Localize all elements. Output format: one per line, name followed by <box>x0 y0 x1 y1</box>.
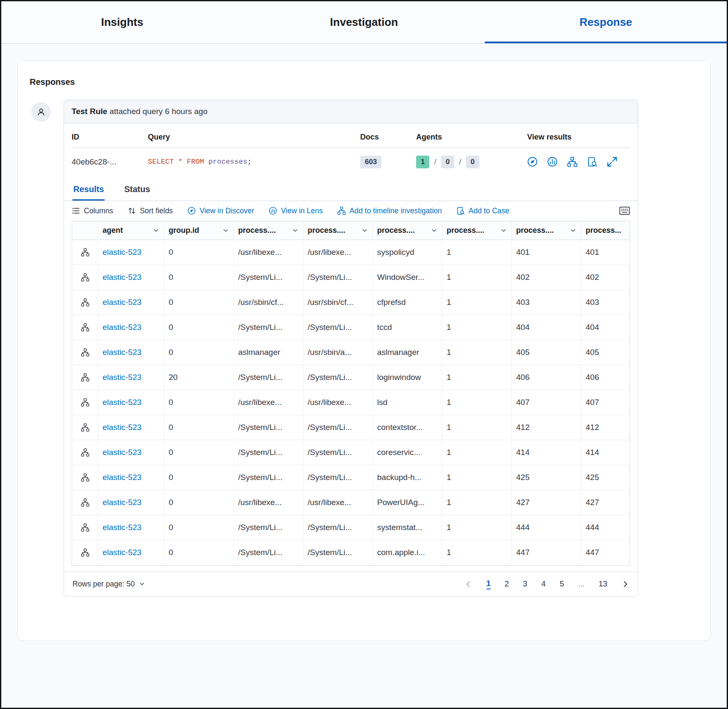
table-row: elastic-5230/System/Li.../System/Li...ba… <box>72 465 630 490</box>
grid-cell: 0 <box>164 540 234 565</box>
grid-cell: 0 <box>164 265 234 290</box>
column-header[interactable]: agent <box>98 221 164 240</box>
column-header[interactable]: process.... <box>303 221 373 240</box>
row-timeline-button[interactable] <box>72 390 98 415</box>
view-in-lens-icon[interactable] <box>547 156 558 167</box>
view-results-column-label: View results <box>527 133 630 142</box>
view-in-discover-icon[interactable] <box>527 156 538 167</box>
rows-per-page-button[interactable]: Rows per page: 50 <box>72 580 145 589</box>
sort-fields-label: Sort fields <box>140 207 173 215</box>
agent-link[interactable]: elastic-523 <box>98 465 164 490</box>
open-results-icon[interactable] <box>607 156 617 167</box>
column-header[interactable]: process... <box>581 221 630 240</box>
row-timeline-button[interactable] <box>72 315 98 340</box>
column-header-label: agent <box>103 226 123 235</box>
next-page-button[interactable] <box>621 580 629 588</box>
columns-label: Columns <box>84 207 113 215</box>
grid-cell: /usr/libexe... <box>234 240 303 265</box>
column-header[interactable]: process.... <box>234 221 303 240</box>
grid-cell: 414 <box>512 440 581 465</box>
node-graph-icon <box>81 473 89 482</box>
view-in-lens-button[interactable]: View in Lens <box>269 207 323 215</box>
row-timeline-button[interactable] <box>72 440 98 465</box>
tab-insights[interactable]: Insights <box>1 1 243 43</box>
column-header[interactable]: process.... <box>373 221 442 240</box>
response-comment: Test Rule attached query 6 hours ago ID … <box>29 100 699 597</box>
agent-link[interactable]: elastic-523 <box>98 515 164 540</box>
view-in-discover-button[interactable]: View in Discover <box>187 207 254 215</box>
keyboard-shortcuts-button[interactable] <box>619 207 630 215</box>
grid-cell: 1 <box>442 515 512 540</box>
add-to-timeline-button[interactable]: Add to timeline investigation <box>337 207 442 215</box>
column-header[interactable]: process.... <box>442 221 512 240</box>
add-to-timeline-icon[interactable] <box>567 156 578 167</box>
grid-cell: 407 <box>512 390 581 415</box>
grid-cell: 425 <box>512 465 581 490</box>
user-icon <box>36 106 47 117</box>
grid-control-column-header <box>72 221 98 240</box>
agent-link[interactable]: elastic-523 <box>98 365 164 390</box>
chevron-down-icon <box>139 581 145 587</box>
agent-link[interactable]: elastic-523 <box>98 290 164 315</box>
query-column-label: Query <box>148 133 360 142</box>
pagination-ellipsis: ... <box>578 579 584 589</box>
row-timeline-button[interactable] <box>72 290 98 315</box>
responses-panel: Responses Test Rule attached query 6 hou… <box>17 61 711 641</box>
column-header[interactable]: process.... <box>512 221 581 240</box>
column-header-label: process.... <box>308 226 345 235</box>
agents-pending-badge: 0 <box>441 156 454 168</box>
sort-fields-button[interactable]: Sort fields <box>128 207 173 215</box>
row-timeline-button[interactable] <box>72 415 98 440</box>
agent-link[interactable]: elastic-523 <box>98 415 164 440</box>
column-header[interactable]: group.id <box>164 221 234 240</box>
grid-cell: /usr/libexe... <box>234 490 303 515</box>
row-timeline-button[interactable] <box>72 465 98 490</box>
agent-link[interactable]: elastic-523 <box>98 265 164 290</box>
grid-cell: 0 <box>164 290 234 315</box>
page-button-2[interactable]: 2 <box>505 579 509 589</box>
grid-cell: com.apple.i... <box>373 540 442 565</box>
agent-link[interactable]: elastic-523 <box>98 490 164 515</box>
row-timeline-button[interactable] <box>72 240 98 265</box>
grid-cell: /System/Li... <box>234 365 303 390</box>
agent-link[interactable]: elastic-523 <box>98 240 164 265</box>
row-timeline-button[interactable] <box>72 515 98 540</box>
row-timeline-button[interactable] <box>72 340 98 365</box>
table-row: elastic-5230/System/Li.../System/Li...co… <box>72 415 630 440</box>
sql-table-name: processes <box>208 158 247 166</box>
row-timeline-button[interactable] <box>72 490 98 515</box>
node-graph-icon <box>81 498 89 507</box>
grid-cell: 403 <box>581 290 630 315</box>
agent-link[interactable]: elastic-523 <box>98 540 164 565</box>
grid-cell: 20 <box>164 365 234 390</box>
previous-page-button[interactable] <box>464 580 472 588</box>
tab-status[interactable]: Status <box>123 177 151 201</box>
agent-link[interactable]: elastic-523 <box>98 315 164 340</box>
page-button-4[interactable]: 4 <box>541 579 545 589</box>
columns-button[interactable]: Columns <box>72 207 113 215</box>
agent-link[interactable]: elastic-523 <box>98 340 164 365</box>
grid-cell: aslmanager <box>373 340 442 365</box>
add-to-case-icon[interactable] <box>587 156 597 167</box>
agent-link[interactable]: elastic-523 <box>98 440 164 465</box>
grid-cell: 405 <box>512 340 581 365</box>
row-timeline-button[interactable] <box>72 540 98 565</box>
tab-investigation[interactable]: Investigation <box>243 1 485 43</box>
page-title: Responses <box>30 77 698 87</box>
row-timeline-button[interactable] <box>72 265 98 290</box>
grid-footer: Rows per page: 50 12345...13 <box>64 572 638 596</box>
tab-results[interactable]: Results <box>72 177 105 201</box>
add-to-case-button[interactable]: Add to Case <box>456 207 509 215</box>
agent-link[interactable]: elastic-523 <box>98 390 164 415</box>
page-button-13[interactable]: 13 <box>598 579 607 589</box>
page-button-1[interactable]: 1 <box>486 579 491 589</box>
tab-response[interactable]: Response <box>485 1 727 43</box>
grid-cell: /usr/libexe... <box>234 390 303 415</box>
results-grid: agentgroup.idprocess....process....proce… <box>72 221 630 566</box>
grid-cell: /usr/libexe... <box>303 390 373 415</box>
rule-subtitle: attached query 6 hours ago <box>107 107 208 116</box>
grid-cell: /System/Li... <box>303 315 373 340</box>
page-button-5[interactable]: 5 <box>560 579 564 589</box>
row-timeline-button[interactable] <box>72 365 98 390</box>
page-button-3[interactable]: 3 <box>523 579 527 589</box>
